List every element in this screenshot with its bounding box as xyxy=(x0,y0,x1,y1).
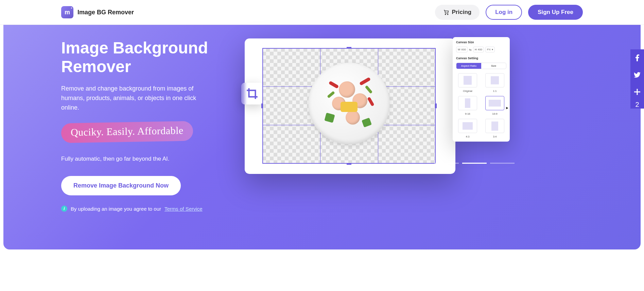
resize-handle[interactable] xyxy=(347,163,351,165)
ratio-1-1[interactable]: 1:1 xyxy=(483,73,506,93)
ratio-4-3[interactable]: 4:3 xyxy=(456,119,479,138)
crop-tool-tab[interactable] xyxy=(241,83,263,104)
hero-title-line2: Remover xyxy=(61,58,131,76)
editor-mockup: Canvas Size W600 ⇆ H400 PX ▾ Canvas Sett… xyxy=(245,38,583,174)
signup-button[interactable]: Sign Up Free xyxy=(528,5,583,20)
svg-point-1 xyxy=(447,14,448,15)
plus-icon xyxy=(634,89,640,95)
main-header: m Image BG Remover Pricing Log in Sign U… xyxy=(0,0,644,25)
ratio-original[interactable]: Original xyxy=(456,73,479,93)
canvas-settings-panel: Canvas Size W600 ⇆ H400 PX ▾ Canvas Sett… xyxy=(453,37,510,142)
editor-frame: Canvas Size W600 ⇆ H400 PX ▾ Canvas Sett… xyxy=(245,38,455,174)
width-input[interactable]: W600 xyxy=(456,47,468,52)
ratio-16-9[interactable]: 16:9 xyxy=(483,96,506,115)
hero-subtitle: Remove and change background from images… xyxy=(61,84,211,113)
tab-aspect-ratio[interactable]: Aspect Ratio xyxy=(456,63,481,69)
tagline-brush: Quciky. Easily. Affordable xyxy=(61,121,193,143)
carousel-dot[interactable] xyxy=(434,163,459,164)
login-button[interactable]: Log in xyxy=(486,5,522,20)
pricing-button[interactable]: Pricing xyxy=(435,5,480,20)
info-icon: i xyxy=(61,206,67,212)
share-count: 2 xyxy=(630,100,644,109)
facebook-share[interactable] xyxy=(630,49,644,66)
canvas-area[interactable] xyxy=(262,48,436,164)
unit-select[interactable]: PX ▾ xyxy=(485,47,495,52)
hero-title: Image Background Remover xyxy=(61,38,224,76)
tos-link[interactable]: Terms of Service xyxy=(164,206,203,212)
resize-handle[interactable] xyxy=(261,103,263,108)
svg-point-0 xyxy=(445,14,446,15)
tos-row: i By uploading an image you agree to our… xyxy=(61,206,224,212)
aspect-ratio-grid: Original 1:1 9:16 16:9 4:3 3:4 xyxy=(456,73,506,138)
twitter-icon xyxy=(634,72,641,78)
facebook-icon xyxy=(636,54,639,61)
pricing-label: Pricing xyxy=(452,9,472,16)
hero-copy: Image Background Remover Remove and chan… xyxy=(61,38,224,212)
sample-image xyxy=(308,63,390,144)
brand-name: Image BG Remover xyxy=(77,9,134,16)
ratio-3-4[interactable]: 3:4 xyxy=(483,119,506,138)
tos-prefix: By uploading an image you agree to our xyxy=(71,206,161,212)
carousel-dot[interactable] xyxy=(462,163,487,164)
logo-icon: m xyxy=(61,6,73,18)
remove-bg-button[interactable]: Remove Image Background Now xyxy=(61,176,181,195)
setting-tab-switch: Aspect Ratio Size xyxy=(456,63,506,69)
canvas-setting-title: Canvas Setting xyxy=(456,56,506,60)
canvas-size-row: W600 ⇆ H400 PX ▾ xyxy=(456,47,506,52)
brand-block: m Image BG Remover xyxy=(61,6,134,18)
carousel-indicators xyxy=(434,163,515,164)
cart-icon xyxy=(443,9,449,15)
tab-size[interactable]: Size xyxy=(481,63,506,69)
carousel-dot[interactable] xyxy=(490,163,515,164)
twitter-share[interactable] xyxy=(630,66,644,83)
hero-section: Image Background Remover Remove and chan… xyxy=(3,25,641,249)
header-actions: Pricing Log in Sign Up Free xyxy=(435,5,583,20)
social-share-bar: 2 xyxy=(630,49,644,109)
svg-rect-3 xyxy=(634,92,640,93)
hero-subtitle2: Fully automatic, then go far beyond the … xyxy=(61,156,224,162)
resize-handle[interactable] xyxy=(435,103,437,108)
resize-handle[interactable] xyxy=(347,47,351,49)
cursor-icon: ➤ xyxy=(505,106,508,110)
more-share[interactable] xyxy=(630,83,644,100)
ratio-9-16[interactable]: 9:16 xyxy=(456,96,479,115)
hero-title-line1: Image Background xyxy=(61,39,208,57)
link-dimensions-icon[interactable]: ⇆ xyxy=(469,47,472,52)
height-input[interactable]: H400 xyxy=(473,47,484,52)
canvas-size-title: Canvas Size xyxy=(456,41,506,44)
crop-icon xyxy=(246,87,259,100)
